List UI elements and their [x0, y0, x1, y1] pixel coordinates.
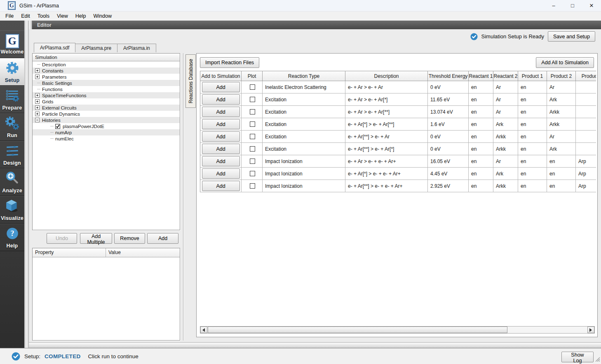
sidebar-splitter[interactable] — [24, 21, 29, 348]
plot-checkbox[interactable] — [250, 159, 255, 164]
reactions-database-tab[interactable]: Reactions Database — [185, 54, 196, 108]
panel-grip[interactable] — [29, 21, 32, 29]
tree-item-functions[interactable]: Functions — [33, 86, 180, 92]
collapse-icon[interactable] — [35, 118, 40, 122]
expand-icon[interactable] — [35, 93, 40, 98]
import-reaction-files-button[interactable]: Import Reaction Files — [200, 57, 259, 68]
cell-product-2: Arkk — [547, 106, 576, 118]
column-header-product-1[interactable]: Product 1 — [518, 71, 547, 81]
bottom-splitter[interactable] — [29, 342, 601, 348]
add-reaction-button[interactable]: Add — [202, 131, 240, 142]
tree-item-numarp[interactable]: numArp — [33, 129, 180, 135]
horizontal-scrollbar[interactable] — [200, 326, 595, 334]
tree-item-grids[interactable]: Grids — [33, 98, 180, 105]
cell-plot — [242, 118, 263, 131]
menu-view[interactable]: View — [53, 12, 72, 20]
tree-branch-line — [37, 89, 40, 89]
tree-item-plasmapowerjdote[interactable]: plasmaPowerJDotE — [33, 123, 180, 129]
column-header-product-2[interactable]: Product 2 — [547, 71, 576, 81]
minimize-button[interactable]: – — [544, 0, 563, 12]
expand-icon[interactable] — [35, 75, 40, 79]
maximize-button[interactable]: □ — [563, 0, 582, 12]
tree-item-numelec[interactable]: numElec — [33, 135, 180, 142]
scrollbar-thumb[interactable] — [208, 327, 507, 333]
menu-file[interactable]: File — [2, 12, 17, 20]
cell-reactant-1: en — [469, 118, 493, 131]
close-button[interactable]: ✕ — [582, 0, 601, 12]
remove-button[interactable]: Remove — [114, 233, 145, 244]
show-log-button[interactable]: Show Log — [561, 352, 594, 362]
expand-icon[interactable] — [35, 68, 40, 73]
menu-edit[interactable]: Edit — [17, 12, 34, 20]
sidebar-item-welcome[interactable]: GWelcome — [0, 30, 24, 58]
resize-grip[interactable] — [595, 357, 600, 363]
tab-arplasma-sdf[interactable]: ArPlasma.sdf — [34, 43, 75, 52]
plot-checkbox[interactable] — [250, 183, 255, 189]
menu-window[interactable]: Window — [89, 12, 115, 20]
add-reaction-button[interactable]: Add — [202, 119, 240, 129]
sidebar-item-run[interactable]: Run — [0, 113, 24, 141]
tree-item-parameters[interactable]: Parameters — [33, 74, 180, 80]
tree-item-basic-settings[interactable]: Basic Settings — [33, 80, 180, 86]
property-column-header[interactable]: Property — [33, 248, 106, 257]
tree-root-simulation[interactable]: Simulation — [33, 54, 180, 61]
tree-item-constants[interactable]: Constants — [33, 68, 180, 74]
tab-arplasma-pre[interactable]: ArPlasma.pre — [75, 44, 117, 52]
sidebar-item-help[interactable]: ?Help — [0, 224, 24, 251]
plot-checkbox[interactable] — [250, 109, 255, 114]
tree-item-external-circuits[interactable]: External Circuits — [33, 105, 180, 111]
column-header-plot[interactable]: Plot — [242, 71, 263, 81]
expand-icon[interactable] — [35, 112, 40, 116]
add-reaction-button[interactable]: Add — [202, 156, 240, 166]
add-all-to-simulation-button[interactable]: Add All to Simulation — [536, 57, 594, 68]
add-button[interactable]: Add — [147, 233, 178, 244]
plot-checkbox[interactable] — [250, 84, 255, 90]
add-reaction-button[interactable]: Add — [202, 107, 240, 117]
reaction-row: AddExcitatione- + Ar[**] > e- + Ar[*]0 e… — [200, 143, 596, 155]
add-reaction-button[interactable]: Add — [202, 168, 240, 179]
menu-help[interactable]: Help — [72, 12, 90, 20]
sidebar-item-design[interactable]: Design — [0, 141, 24, 168]
expand-icon[interactable] — [35, 105, 40, 110]
add-reaction-button[interactable]: Add — [202, 181, 240, 191]
column-header-reactant-2[interactable]: Reactant 2 — [493, 71, 518, 81]
cell-plot — [242, 180, 263, 192]
cell-description: e- + Ar[**] > e- + Ar[*] — [345, 143, 428, 155]
expand-icon[interactable] — [35, 99, 40, 104]
column-header-description[interactable]: Description — [345, 71, 428, 81]
plot-checkbox[interactable] — [250, 146, 255, 152]
add-reaction-button[interactable]: Add — [202, 82, 240, 92]
scroll-right-arrow-icon[interactable] — [587, 327, 594, 333]
history-checkbox[interactable] — [55, 124, 60, 129]
tree-item-particle-dynamics[interactable]: Particle Dynamics — [33, 111, 180, 117]
plot-checkbox[interactable] — [250, 171, 255, 176]
undo-button[interactable]: Undo — [47, 233, 77, 244]
tree-item-spacetimefunctions[interactable]: SpaceTimeFunctions — [33, 92, 180, 98]
sidebar-item-label: Run — [7, 133, 17, 138]
plot-checkbox[interactable] — [250, 134, 255, 139]
tab-arplasma-in[interactable]: ArPlasma.in — [117, 44, 156, 52]
column-header-reaction-type[interactable]: Reaction Type — [263, 71, 345, 81]
add-reaction-button[interactable]: Add — [202, 144, 240, 154]
menu-tools[interactable]: Tools — [34, 12, 53, 20]
plot-checkbox[interactable] — [250, 97, 255, 102]
column-header-reactant-1[interactable]: Reactant 1 — [469, 71, 493, 81]
column-header-product-3[interactable]: Product 3 — [576, 71, 596, 81]
save-and-setup-button[interactable]: Save and Setup — [548, 31, 595, 42]
tree-branch-line — [37, 83, 40, 83]
scroll-left-arrow-icon[interactable] — [200, 327, 207, 333]
cell-product-2: en — [547, 155, 576, 168]
sidebar-item-analyze[interactable]: Analyze — [0, 168, 24, 196]
value-column-header[interactable]: Value — [106, 248, 180, 257]
tree-item-description[interactable]: Description — [33, 61, 180, 68]
tree-item-histories[interactable]: Histories — [33, 117, 180, 123]
sidebar-item-visualize[interactable]: Visualize — [0, 196, 24, 224]
plot-checkbox[interactable] — [250, 121, 255, 127]
add-multiple-button[interactable]: Add Multiple — [80, 233, 112, 244]
column-header-threshold-energy[interactable]: Threshold Energy — [428, 71, 469, 81]
sidebar-item-setup[interactable]: Setup — [0, 58, 24, 86]
column-header-add-to-simulation[interactable]: Add to Simulation — [200, 71, 242, 81]
add-reaction-button[interactable]: Add — [202, 94, 240, 105]
sidebar-item-prepare[interactable]: Prepare — [0, 86, 24, 113]
cell-product-1: en — [518, 93, 547, 106]
